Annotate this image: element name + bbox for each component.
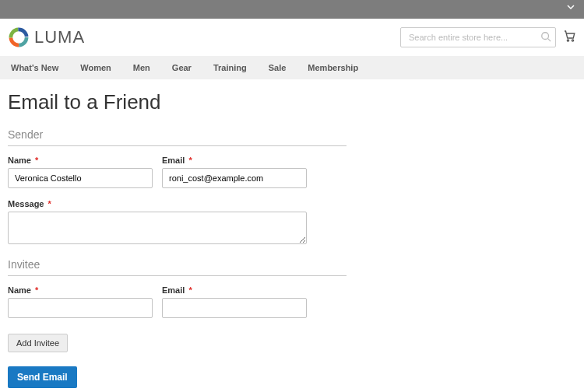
nav-sale[interactable]: Sale xyxy=(258,63,297,72)
add-invitee-button[interactable]: Add Invitee xyxy=(8,334,68,352)
header-right xyxy=(400,27,576,47)
page-title: Email to a Friend xyxy=(8,90,576,114)
search-box xyxy=(400,27,556,47)
logo[interactable]: LUMA xyxy=(8,26,85,48)
global-topbar xyxy=(0,0,584,19)
sender-email-label: Email * xyxy=(162,156,307,165)
search-input[interactable] xyxy=(400,27,556,47)
nav-gear[interactable]: Gear xyxy=(161,63,202,72)
sender-legend: Sender xyxy=(8,128,347,146)
invitee-name-input[interactable] xyxy=(8,298,153,318)
sender-message-label: Message * xyxy=(8,199,576,208)
nav-membership[interactable]: Membership xyxy=(297,63,369,72)
sender-name-input[interactable] xyxy=(8,168,153,188)
svg-point-6 xyxy=(567,40,568,41)
invitee-email-input[interactable] xyxy=(162,298,307,318)
sender-message-input[interactable] xyxy=(8,212,307,244)
invitee-email-label: Email * xyxy=(162,285,307,295)
svg-point-7 xyxy=(572,40,573,41)
logo-icon xyxy=(8,26,30,48)
header: LUMA xyxy=(0,19,584,56)
nav-men[interactable]: Men xyxy=(122,63,161,72)
invitee-name-label: Name * xyxy=(8,285,153,295)
main-nav: What's New Women Men Gear Training Sale … xyxy=(0,56,584,79)
nav-whats-new[interactable]: What's New xyxy=(0,63,69,72)
cart-icon[interactable] xyxy=(562,29,576,46)
invitee-fieldset: Invitee Name * Email * xyxy=(8,258,576,318)
invitee-legend: Invitee xyxy=(8,258,347,276)
send-email-button[interactable]: Send Email xyxy=(8,366,77,388)
chevron-down-icon[interactable] xyxy=(567,3,575,12)
sender-email-input[interactable] xyxy=(162,168,307,188)
sender-name-label: Name * xyxy=(8,156,153,165)
nav-women[interactable]: Women xyxy=(69,63,122,72)
logo-text: LUMA xyxy=(34,27,85,47)
main-content: Email to a Friend Sender Name * Email * … xyxy=(0,79,584,392)
nav-training[interactable]: Training xyxy=(202,63,258,72)
sender-fieldset: Sender Name * Email * Message * xyxy=(8,128,576,244)
